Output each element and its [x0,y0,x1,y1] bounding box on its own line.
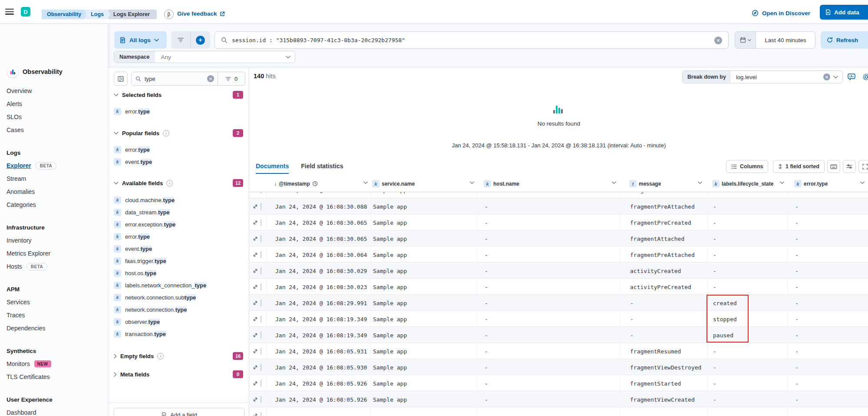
query-input[interactable]: session.id : "315b8893-7097-41c3-8b3a-20… [215,31,729,49]
namespace-selector[interactable]: Namespace Any [114,51,295,63]
give-feedback-link[interactable]: Give feedback [177,10,225,17]
row-checkbox[interactable] [261,267,261,274]
cell-message[interactable]: fragmentAttached [630,235,684,242]
cell-service-name[interactable]: Sample app [373,267,407,274]
cell-error-type[interactable]: - [795,283,799,290]
sidebar-item[interactable]: Categories [0,198,108,211]
row-checkbox[interactable] [261,203,261,210]
row-checkbox[interactable] [261,412,261,416]
row-checkbox[interactable] [261,251,261,258]
row-checkbox[interactable] [261,380,261,386]
cell-message[interactable]: activityCreated [630,267,681,274]
cell-error-type[interactable]: - [795,380,799,386]
cell-error-type[interactable]: - [795,316,799,322]
sidebar-item[interactable]: Traces [0,309,108,322]
field-filter-button[interactable]: 0 [218,76,245,82]
collapse-fields-panel-button[interactable] [114,72,128,86]
popular-fields-section[interactable]: Popular fields i 2 [114,128,243,138]
clear-field-search-icon[interactable]: ✕ [207,75,214,82]
field-search-input[interactable]: type ✕ 0 [131,72,245,86]
field-item[interactable]: k error.type [114,230,244,243]
column-header-timestamp[interactable]: ↓ @timestamp [274,176,363,192]
keyboard-shortcuts-button[interactable] [827,160,840,173]
field-item[interactable]: k host.os.type [114,267,244,279]
sidebar-item[interactable]: Anomalies [0,185,108,198]
sidebar-item[interactable]: SLOs [0,110,108,123]
cell-lifecycle-state[interactable]: - [713,203,716,210]
tab-field-statistics[interactable]: Field statistics [301,159,343,173]
expand-row-icon[interactable] [253,397,258,402]
cell-error-type[interactable]: - [795,219,799,226]
expand-row-icon[interactable] [253,413,258,416]
cell-timestamp[interactable]: Jan 24, 2024 @ 16:08:05.926 [275,380,367,386]
sidebar-item[interactable]: Stream [0,172,108,185]
sidebar-item[interactable]: Dashboard [0,406,108,416]
row-checkbox[interactable] [261,396,261,403]
cell-message[interactable]: fragmentResumed [630,348,681,354]
sidebar-item[interactable]: Hosts BETA [0,260,108,273]
cell-error-type[interactable]: - [795,300,799,306]
meta-fields-section[interactable]: Meta fields 0 [114,369,243,379]
breadcrumb-item[interactable]: Observability [42,10,88,19]
field-item[interactable]: k event.type [114,156,244,168]
breadcrumb-item[interactable]: Logs Explorer [108,10,157,19]
display-options-button[interactable] [843,160,856,173]
field-item[interactable]: k event.type [114,243,244,255]
expand-row-icon[interactable] [253,300,258,306]
open-in-discover-link[interactable]: Open in Discover [752,10,810,17]
calendar-menu-button[interactable] [735,31,756,49]
cell-service-name[interactable]: Sample app [373,251,407,258]
cell-message[interactable]: fragmentPreAttached [630,251,695,258]
cell-timestamp[interactable]: Jan 24, 2024 @ 16:08:30.029 [275,267,367,274]
filter-icon[interactable] [171,31,191,49]
cell-host-name[interactable]: - [485,219,488,226]
available-fields-section[interactable]: Available fields i 12 [114,178,243,188]
sidebar-item[interactable]: Metrics Explorer [0,247,108,260]
cell-service-name[interactable]: Sample app [373,396,407,403]
cell-timestamp[interactable]: Jan 24, 2024 @ 16:08:05.931 [275,348,367,354]
refresh-button[interactable]: Refresh [821,31,868,49]
cell-host-name[interactable]: - [485,283,488,290]
field-item[interactable]: k network.connection.subtype [114,291,244,303]
cell-host-name[interactable]: - [485,396,488,403]
cell-timestamp[interactable]: Jan 24, 2024 @ 16:08:30.088 [275,203,367,210]
cell-timestamp[interactable]: Jan 24, 2024 @ 16:08:05.926 [275,396,367,403]
cell-service-name[interactable]: Sample app [373,203,407,210]
selected-fields-section[interactable]: Selected fields 1 [114,90,243,100]
cell-timestamp[interactable]: Jan 24, 2024 @ 16:08:05.930 [275,364,367,370]
expand-row-icon[interactable] [253,316,258,322]
cell-message[interactable]: - [630,332,634,338]
cell-message[interactable]: fragmentViewDestroyed [630,364,701,370]
cell-lifecycle-state[interactable]: - [713,396,716,403]
cell-lifecycle-state[interactable]: - [713,251,716,258]
expand-row-icon[interactable] [253,220,258,225]
row-checkbox[interactable] [261,332,261,338]
breadcrumb-item[interactable]: Logs [86,10,111,19]
cell-timestamp[interactable]: Jan 24, 2024 @ 16:08:30.065 [275,219,367,226]
field-item[interactable]: k network.connection.type [114,303,244,316]
cell-host-name[interactable]: - [485,203,488,210]
gear-icon[interactable] [862,73,868,81]
row-checkbox[interactable] [261,283,261,290]
cell-timestamp[interactable]: Jan 24, 2024 @ 16:08:30.064 [275,251,367,258]
cell-host-name[interactable]: - [485,251,488,258]
expand-row-icon[interactable] [253,284,258,290]
row-checkbox[interactable] [261,364,261,370]
cell-host-name[interactable]: - [485,300,488,306]
cell-error-type[interactable]: - [795,364,799,370]
sidebar-item[interactable]: Inventory [0,234,108,247]
field-item[interactable]: k faas.trigger.type [114,255,244,267]
field-item[interactable]: k error.type [114,105,244,117]
row-checkbox[interactable] [261,300,261,306]
field-item[interactable]: k error.exception.type [114,218,244,230]
sidebar-item[interactable]: Dependencies [0,322,108,335]
cell-lifecycle-state[interactable]: - [713,219,716,226]
cell-host-name[interactable]: - [485,380,488,386]
sidebar-item[interactable]: Alerts [0,97,108,110]
cell-lifecycle-state[interactable]: paused [713,332,733,338]
pattern-analysis-icon[interactable] [847,73,856,81]
expand-row-icon[interactable] [253,236,258,241]
expand-row-icon[interactable] [253,333,258,338]
cell-error-type[interactable]: - [795,235,799,242]
cell-service-name[interactable]: Sample app [373,300,407,306]
